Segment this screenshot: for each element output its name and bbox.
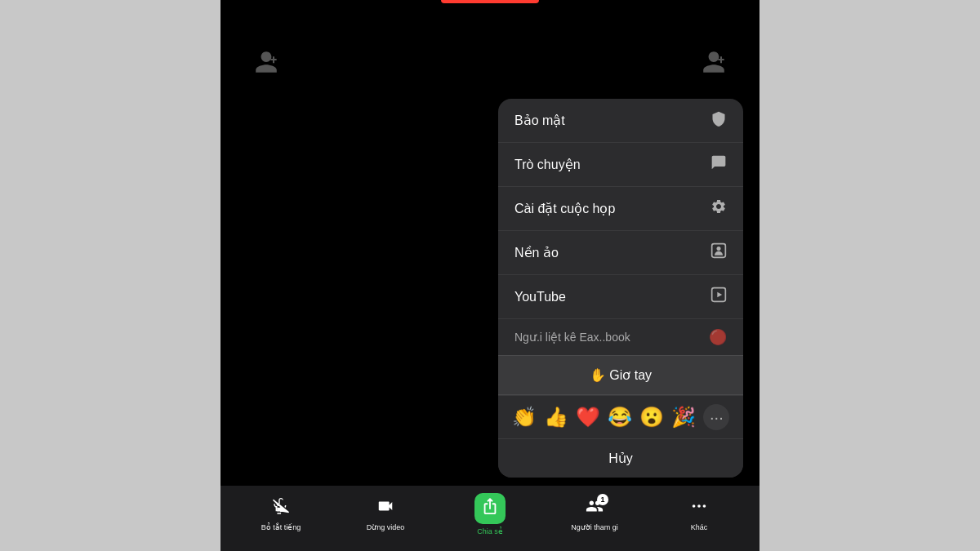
svg-marker-3 — [717, 292, 722, 298]
emoji-clap[interactable]: 👏 — [512, 406, 537, 429]
toolbar-participants-label: Người tham gi — [571, 523, 618, 531]
emoji-row: 👏 👍 ❤️ 😂 😮 🎉 ··· — [498, 395, 743, 438]
emoji-more-button[interactable]: ··· — [703, 404, 729, 430]
ellipsis-icon — [690, 497, 708, 520]
recording-bar — [441, 0, 539, 3]
menu-item-chat[interactable]: Trò chuyện — [498, 143, 743, 187]
toolbar-mute-label: Bỏ tắt tiếng — [261, 523, 301, 531]
phone-screen: Bảo mật Trò chuyện Cài đặt cuộc họp — [220, 0, 760, 551]
toolbar-more-label: Khác — [691, 523, 708, 531]
toolbar-video-label: Dừng video — [367, 523, 405, 531]
add-person-right-icon[interactable] — [701, 49, 727, 81]
cancel-button[interactable]: Hủy — [498, 438, 743, 478]
menu-item-youtube[interactable]: YouTube — [498, 275, 743, 319]
emoji-thumbsup[interactable]: 👍 — [544, 406, 568, 429]
menu-item-security[interactable]: Bảo mật — [498, 99, 743, 143]
toolbar-mute[interactable]: Bỏ tắt tiếng — [256, 497, 305, 531]
emoji-party[interactable]: 🎉 — [671, 406, 696, 429]
video-icon — [376, 497, 394, 520]
menu-item-virtual-bg[interactable]: Nền ảo — [498, 231, 743, 275]
svg-point-1 — [717, 247, 721, 251]
mic-slash-icon — [272, 497, 290, 520]
toolbar-share-label: Chia sẻ — [477, 527, 503, 535]
bottom-toolbar: Bỏ tắt tiếng Dừng video Chia sẻ — [220, 486, 760, 551]
options-popup: Bảo mật Trò chuyện Cài đặt cuộc họp — [498, 99, 743, 478]
svg-point-5 — [697, 504, 701, 508]
share-icon — [474, 493, 506, 524]
menu-item-settings[interactable]: Cài đặt cuộc họp — [498, 187, 743, 231]
shield-icon — [710, 110, 727, 131]
svg-point-4 — [693, 504, 696, 508]
people-icon: 1 — [586, 497, 604, 520]
emoji-heart[interactable]: ❤️ — [576, 406, 600, 429]
participants-badge: 1 — [597, 494, 608, 505]
top-icons-row — [220, 49, 760, 81]
toolbar-more[interactable]: Khác — [675, 497, 724, 531]
play-circle-icon — [710, 287, 727, 307]
emoji-laugh[interactable]: 😂 — [608, 406, 632, 429]
gear-icon — [710, 198, 727, 219]
person-square-icon — [710, 242, 727, 263]
menu-item-partial[interactable]: Ngư.i liệt kê Eax..book 🔴 — [498, 319, 743, 355]
add-person-left-icon[interactable] — [253, 49, 279, 81]
toolbar-share[interactable]: Chia sẻ — [466, 493, 514, 535]
partial-icon: 🔴 — [709, 328, 727, 346]
toolbar-participants[interactable]: 1 Người tham gi — [570, 497, 619, 531]
svg-point-6 — [703, 504, 706, 508]
chat-icon — [710, 154, 727, 175]
emoji-wow[interactable]: 😮 — [639, 406, 664, 429]
raise-hand-button[interactable]: ✋ Giơ tay — [498, 355, 743, 395]
toolbar-video[interactable]: Dừng video — [361, 497, 410, 531]
